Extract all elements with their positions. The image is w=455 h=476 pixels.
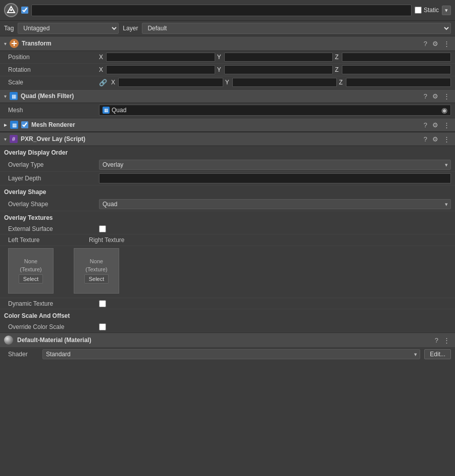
position-x-field: X -4.03 xyxy=(99,53,215,62)
position-y-label: Y xyxy=(217,54,223,61)
dynamic-texture-checkbox[interactable] xyxy=(99,300,106,307)
pxr-overlay-more-btn[interactable]: ⋮ xyxy=(442,135,451,143)
layer-depth-input[interactable]: 0 xyxy=(99,173,451,183)
scale-x-input[interactable]: 1 xyxy=(118,78,223,87)
mesh-renderer-chevron: ▸ xyxy=(4,121,7,128)
position-row: Position X -4.03 Y -2.28 Z 0 xyxy=(0,51,455,64)
left-texture-none-line2: (Texture) xyxy=(20,266,41,272)
rotation-xyz: X 0 Y 0 Z 0 xyxy=(99,65,451,74)
left-texture-box[interactable]: None (Texture) Select xyxy=(8,248,54,294)
material-section-header[interactable]: Default-Material (Material) ? ⋮ xyxy=(0,332,455,347)
mesh-renderer-title: Mesh Renderer xyxy=(31,121,420,128)
mesh-renderer-section-header[interactable]: ▸ ▦ Mesh Renderer ? ⚙ ⋮ xyxy=(0,118,455,132)
override-color-scale-value xyxy=(99,323,451,330)
material-title: Default-Material (Material) xyxy=(17,337,430,344)
transform-section-header[interactable]: ▾ Transform ? ⚙ ⋮ xyxy=(0,36,455,51)
position-y-input[interactable]: -2.28 xyxy=(224,53,333,62)
right-texture-label: Right Texture xyxy=(89,236,124,244)
rotation-z-label: Z xyxy=(335,66,341,73)
scale-link-icon: 🔗 xyxy=(99,79,107,86)
mesh-filter-more-btn[interactable]: ⋮ xyxy=(442,92,451,100)
scale-z-input[interactable]: 1 xyxy=(346,78,451,87)
shader-select[interactable]: Standard xyxy=(42,349,420,359)
position-value: X -4.03 Y -2.28 Z 0 xyxy=(99,53,451,62)
rotation-value: X 0 Y 0 Z 0 xyxy=(99,65,451,74)
mesh-filter-title: Quad (Mesh Filter) xyxy=(21,92,420,100)
pxr-overlay-section-header[interactable]: ▾ # PXR_Over Lay (Script) ? ⚙ ⋮ xyxy=(0,132,455,146)
left-texture-none-line1: None xyxy=(24,258,37,264)
mesh-filter-section-header[interactable]: ▾ ▦ Quad (Mesh Filter) ? ⚙ ⋮ xyxy=(0,89,455,103)
layer-depth-label: Layer Depth xyxy=(8,175,99,182)
static-checkbox[interactable] xyxy=(415,7,422,14)
tag-select[interactable]: Untagged xyxy=(18,23,119,34)
gameobject-name-field[interactable]: OverlayTransform xyxy=(31,5,412,16)
textures-labels: Left Texture Right Texture xyxy=(8,236,451,244)
overlay-type-select[interactable]: Overlay xyxy=(99,160,451,170)
transform-settings-btn[interactable]: ⚙ xyxy=(431,40,439,47)
mesh-filter-help-btn[interactable]: ? xyxy=(423,92,428,100)
scale-xyz: X 1 Y 1 Z 1 xyxy=(111,78,451,87)
shader-select-wrapper: Standard xyxy=(42,349,420,359)
tag-label: Tag xyxy=(4,25,14,32)
overlay-type-value: Overlay xyxy=(99,160,451,170)
overlay-shape-select[interactable]: Quad xyxy=(99,199,451,209)
gameobject-active-checkbox[interactable] xyxy=(21,7,28,14)
material-help-btn[interactable]: ? xyxy=(434,337,439,344)
mesh-select-btn[interactable]: ◉ xyxy=(441,106,447,114)
overlay-shape-section-label: Overlay Shape xyxy=(0,185,455,198)
scale-row: Scale 🔗 X 1 Y 1 Z 1 xyxy=(0,76,455,89)
position-x-input[interactable]: -4.03 xyxy=(106,53,215,62)
override-color-scale-label: Override Color Scale xyxy=(8,323,99,330)
mesh-renderer-more-btn[interactable]: ⋮ xyxy=(442,121,451,129)
overlay-shape-select-wrapper: Quad xyxy=(99,199,451,209)
mesh-name: Quad xyxy=(112,107,439,114)
scale-label: Scale xyxy=(8,79,99,86)
static-checkbox-area: Static xyxy=(415,7,439,14)
edit-shader-btn[interactable]: Edit... xyxy=(424,349,451,359)
rotation-y-input[interactable]: 0 xyxy=(224,65,333,74)
pxr-overlay-help-btn[interactable]: ? xyxy=(423,135,428,143)
left-texture-select-btn[interactable]: Select xyxy=(19,274,43,283)
right-texture-select-btn[interactable]: Select xyxy=(84,274,109,283)
layer-select[interactable]: Default xyxy=(142,23,451,34)
mesh-filter-settings-btn[interactable]: ⚙ xyxy=(431,92,439,100)
external-surface-label: External Surface xyxy=(8,225,99,232)
right-texture-box[interactable]: None (Texture) Select xyxy=(74,248,119,294)
pxr-overlay-settings-btn[interactable]: ⚙ xyxy=(431,135,439,143)
right-texture-none-line1: None xyxy=(90,258,103,264)
position-z-label: Z xyxy=(335,54,341,61)
rotation-x-label: X xyxy=(99,66,105,73)
unity-logo xyxy=(4,3,18,17)
static-dropdown-btn[interactable]: ▾ xyxy=(442,6,451,15)
transform-icon xyxy=(10,39,19,48)
overlay-shape-row: Overlay Shape Quad xyxy=(0,198,455,211)
position-label: Position xyxy=(8,54,99,61)
transform-more-btn[interactable]: ⋮ xyxy=(442,40,451,47)
header-bar: OverlayTransform Static ▾ xyxy=(0,0,455,21)
rotation-y-field: Y 0 xyxy=(217,65,333,74)
external-surface-row: External Surface xyxy=(0,223,455,234)
rotation-x-input[interactable]: 0 xyxy=(106,65,215,74)
material-more-btn[interactable]: ⋮ xyxy=(442,337,451,344)
scale-y-input[interactable]: 1 xyxy=(232,78,337,87)
position-z-input[interactable]: 0 xyxy=(342,53,451,62)
layer-label: Layer xyxy=(123,25,138,32)
external-surface-value xyxy=(99,225,451,232)
layer-depth-row: Layer Depth 0 xyxy=(0,172,455,185)
transform-help-btn[interactable]: ? xyxy=(423,40,428,47)
override-color-scale-checkbox[interactable] xyxy=(99,323,106,330)
transform-chevron: ▾ xyxy=(4,41,7,46)
transform-controls: ? ⚙ ⋮ xyxy=(423,40,451,47)
inspector-panel: OverlayTransform Static ▾ Tag Untagged L… xyxy=(0,0,455,361)
mesh-renderer-checkbox[interactable] xyxy=(21,121,28,128)
external-surface-checkbox[interactable] xyxy=(99,225,106,232)
rotation-z-input[interactable]: 0 xyxy=(342,65,451,74)
mesh-renderer-help-btn[interactable]: ? xyxy=(423,121,428,129)
mesh-renderer-settings-btn[interactable]: ⚙ xyxy=(431,121,439,129)
scale-y-field: Y 1 xyxy=(225,78,337,87)
mesh-renderer-icon: ▦ xyxy=(10,121,18,129)
mesh-field: ▦ Quad ◉ xyxy=(99,105,451,116)
transform-content: Position X -4.03 Y -2.28 Z 0 xyxy=(0,51,455,89)
overlay-display-order-label: Overlay Display Order xyxy=(0,146,455,158)
mesh-filter-controls: ? ⚙ ⋮ xyxy=(423,92,451,100)
